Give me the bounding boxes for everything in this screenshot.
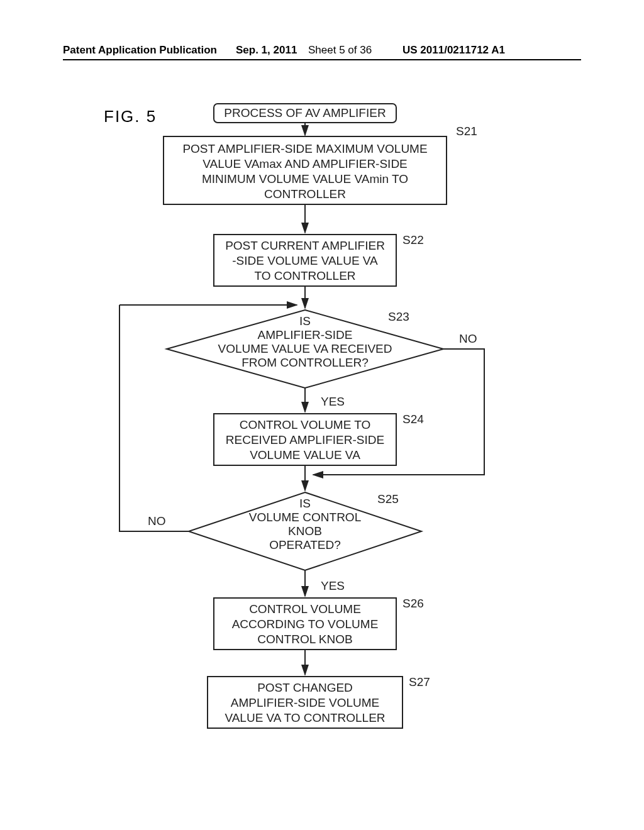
header-sheet: Sheet 5 of 36 bbox=[308, 44, 372, 57]
s25-no: NO bbox=[148, 514, 166, 528]
s27-label: S27 bbox=[409, 675, 430, 689]
s25-label: S25 bbox=[377, 492, 399, 506]
s21-label: S21 bbox=[456, 124, 477, 138]
flowchart: PROCESS OF AV AMPLIFIER POST AMPLIFIER-S… bbox=[94, 97, 560, 789]
s23-line1: IS bbox=[299, 314, 311, 328]
page: Patent Application Publication Sep. 1, 2… bbox=[0, 0, 644, 830]
s23-line3: VOLUME VALUE VA RECEIVED bbox=[218, 342, 392, 355]
s21-line1: POST AMPLIFIER-SIDE MAXIMUM VOLUME bbox=[182, 142, 427, 155]
header-left: Patent Application Publication bbox=[63, 44, 217, 57]
header-rule bbox=[63, 59, 581, 60]
s24-line1: CONTROL VOLUME TO bbox=[240, 418, 371, 431]
s23-yes: YES bbox=[321, 395, 345, 408]
s23-line4: FROM CONTROLLER? bbox=[242, 356, 369, 369]
s22-line3: TO CONTROLLER bbox=[254, 269, 355, 282]
s27-line3: VALUE VA TO CONTROLLER bbox=[225, 711, 385, 724]
s24-line3: VOLUME VALUE VA bbox=[250, 448, 360, 462]
s27-line1: POST CHANGED bbox=[257, 681, 353, 694]
s26-line2: ACCORDING TO VOLUME bbox=[232, 617, 379, 631]
s21-line3: MINIMUM VOLUME VALUE VAmin TO bbox=[202, 172, 408, 185]
start-text: PROCESS OF AV AMPLIFIER bbox=[224, 106, 386, 119]
s21-line4: CONTROLLER bbox=[264, 187, 346, 201]
s26-line3: CONTROL KNOB bbox=[257, 633, 352, 646]
s27-line2: AMPLIFIER-SIDE VOLUME bbox=[231, 696, 380, 709]
s24-line2: RECEIVED AMPLIFIER-SIDE bbox=[226, 433, 384, 446]
s25-yes: YES bbox=[321, 579, 345, 592]
s24-label: S24 bbox=[402, 412, 424, 426]
arrow-s25-no-up bbox=[119, 305, 189, 531]
s23-label: S23 bbox=[388, 310, 409, 323]
s25-line4: OPERATED? bbox=[269, 538, 341, 551]
s21-line2: VALUE VAmax AND AMPLIFIER-SIDE bbox=[203, 157, 408, 170]
s22-label: S22 bbox=[402, 233, 424, 246]
header-pubno: US 2011/0211712 A1 bbox=[402, 44, 505, 57]
s25-line2: VOLUME CONTROL bbox=[249, 511, 361, 524]
s26-label: S26 bbox=[402, 597, 424, 610]
s23-no: NO bbox=[459, 332, 477, 345]
s26-line1: CONTROL VOLUME bbox=[249, 602, 361, 616]
s25-line1: IS bbox=[299, 497, 311, 510]
s25-line3: KNOB bbox=[288, 524, 322, 538]
s23-line2: AMPLIFIER-SIDE bbox=[258, 328, 353, 341]
s22-line2: -SIDE VOLUME VALUE VA bbox=[232, 254, 378, 267]
s22-line1: POST CURRENT AMPLIFIER bbox=[225, 239, 385, 252]
header-date: Sep. 1, 2011 bbox=[236, 44, 297, 57]
